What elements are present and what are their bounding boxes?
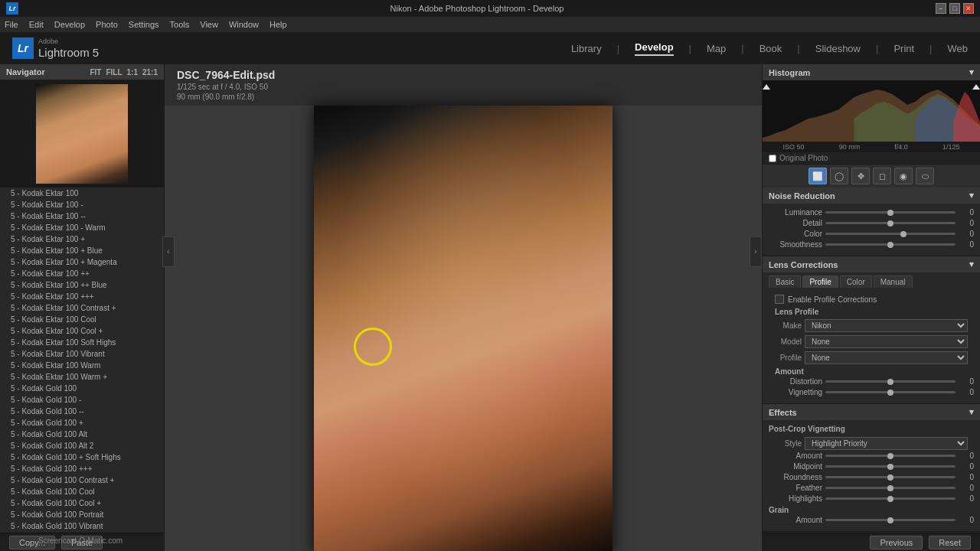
previous-button[interactable]: Previous [870, 536, 923, 549]
amount-effects-track[interactable] [825, 455, 956, 457]
preset-item[interactable]: 5 - Kodak Gold 100 Alt [0, 429, 164, 440]
effects-header[interactable]: Effects ▾ [763, 404, 980, 420]
preset-item[interactable]: 5 - Kodak Ektar 100 Contrast + [0, 302, 164, 314]
nav-map[interactable]: Map [707, 43, 726, 54]
preset-item[interactable]: 5 - Kodak Gold 100 + [0, 417, 164, 429]
nav-book[interactable]: Book [760, 43, 782, 54]
preset-item[interactable]: 5 - Kodak Ektar 100 - Warm [0, 222, 164, 233]
lens-tab-color[interactable]: Color [840, 276, 872, 288]
close-button[interactable]: ✕ [963, 3, 974, 14]
roundness-track[interactable] [825, 476, 956, 478]
preset-item[interactable]: 5 - Kodak Gold 100 Warm [0, 532, 164, 533]
fit-label[interactable]: FIT [90, 68, 101, 77]
menu-settings[interactable]: Settings [129, 20, 159, 29]
preset-item[interactable]: 5 - Kodak Ektar 100 - [0, 199, 164, 210]
noise-reduction-header[interactable]: Noise Reduction ▾ [763, 187, 980, 204]
menu-photo[interactable]: Photo [96, 20, 118, 29]
preset-item[interactable]: 5 - Kodak Gold 100 Contrast + [0, 474, 164, 486]
grain-amount-thumb[interactable] [887, 517, 893, 523]
menu-view[interactable]: View [200, 20, 218, 29]
zoom-2-label[interactable]: 21:1 [142, 68, 158, 77]
zoom-1-label[interactable]: 1:1 [127, 68, 138, 77]
preset-item[interactable]: 5 - Kodak Ektar 100 ++ [0, 268, 164, 279]
preset-item[interactable]: 5 - Kodak Ektar 100 Warm + [0, 371, 164, 383]
detail-thumb[interactable] [887, 220, 893, 227]
lens-corrections-header[interactable]: Lens Corrections ▾ [763, 256, 980, 272]
color-track[interactable] [825, 233, 956, 235]
nav-slideshow[interactable]: Slideshow [815, 43, 861, 54]
preset-item[interactable]: 5 - Kodak Gold 100 + Soft Highs [0, 452, 164, 463]
menu-develop[interactable]: Develop [54, 20, 85, 29]
graduated-filter-tool[interactable]: ◻ [873, 168, 891, 184]
lens-tab-manual[interactable]: Manual [874, 276, 913, 288]
crop-tool[interactable]: ⬜ [808, 168, 827, 184]
nav-web[interactable]: Web [948, 43, 969, 54]
vignetting-track[interactable] [825, 391, 956, 393]
preset-item[interactable]: 5 - Kodak Gold 100 -- [0, 406, 164, 417]
preset-item[interactable]: 5 - Kodak Gold 100 - [0, 394, 164, 406]
adjustment-brush-tool[interactable]: ⬭ [916, 168, 934, 184]
vignetting-thumb[interactable] [887, 390, 893, 396]
enable-profile-checkbox[interactable] [775, 295, 784, 304]
detail-track[interactable] [825, 222, 956, 224]
feather-thumb[interactable] [887, 485, 893, 491]
make-select[interactable]: Nikon [805, 319, 968, 332]
menu-file[interactable]: File [5, 20, 18, 29]
midpoint-track[interactable] [825, 465, 956, 468]
menu-tools[interactable]: Tools [170, 20, 190, 29]
preset-item[interactable]: 5 - Kodak Gold 100 +++ [0, 463, 164, 474]
collapse-left-panel[interactable]: ‹ [162, 236, 175, 267]
reset-button[interactable]: Reset [929, 536, 971, 549]
collapse-right-panel[interactable]: › [750, 236, 762, 267]
preset-item[interactable]: 5 - Kodak Ektar 100 + Blue [0, 245, 164, 256]
profile-select[interactable]: None [805, 351, 968, 364]
smoothness-thumb[interactable] [887, 242, 893, 248]
maximize-button[interactable]: □ [949, 3, 960, 14]
preset-item[interactable]: 5 - Kodak Ektar 100 Vibrant [0, 348, 164, 360]
style-select[interactable]: Highlight Priority [805, 437, 968, 450]
original-photo-checkbox[interactable] [769, 155, 776, 162]
luminance-track[interactable] [825, 211, 956, 214]
smoothness-track[interactable] [825, 243, 956, 246]
preset-item[interactable]: 5 - Kodak Ektar 100 ++ Blue [0, 279, 164, 291]
amount-effects-thumb[interactable] [887, 453, 893, 459]
lens-tab-profile[interactable]: Profile [802, 276, 838, 288]
distortion-track[interactable] [825, 380, 956, 383]
preset-item[interactable]: 5 - Kodak Gold 100 Alt 2 [0, 440, 164, 452]
preset-item[interactable]: 5 - Kodak Gold 100 Cool [0, 486, 164, 497]
distortion-thumb[interactable] [887, 379, 893, 385]
preset-item[interactable]: 5 - Kodak Gold 100 Vibrant [0, 520, 164, 532]
preset-item[interactable]: 5 - Kodak Ektar 100 [0, 187, 164, 199]
menu-edit[interactable]: Edit [29, 20, 44, 29]
preset-item[interactable]: 5 - Kodak Ektar 100 Cool [0, 314, 164, 325]
nav-print[interactable]: Print [893, 43, 914, 54]
preset-item[interactable]: 5 - Kodak Ektar 100 -- [0, 210, 164, 222]
preset-item[interactable]: 5 - Kodak Ektar 100 Soft Highs [0, 337, 164, 348]
preset-item[interactable]: 5 - Kodak Ektar 100 + [0, 233, 164, 245]
minimize-button[interactable]: − [936, 3, 946, 14]
grain-amount-track[interactable] [825, 519, 956, 521]
red-eye-tool[interactable]: ✥ [851, 168, 870, 184]
histogram-header[interactable]: Histogram ▾ [763, 64, 980, 80]
roundness-thumb[interactable] [887, 474, 893, 481]
luminance-thumb[interactable] [887, 210, 893, 216]
feather-track[interactable] [825, 487, 956, 489]
preset-item[interactable]: 5 - Kodak Gold 100 Portrait [0, 509, 164, 520]
model-select[interactable]: None [805, 335, 968, 348]
preset-item[interactable]: 5 - Kodak Gold 100 [0, 383, 164, 394]
lens-tab-basic[interactable]: Basic [769, 276, 801, 288]
preset-item[interactable]: 5 - Kodak Ektar 100 Cool + [0, 325, 164, 337]
highlights-thumb[interactable] [887, 496, 893, 502]
radial-filter-tool[interactable]: ◉ [894, 168, 913, 184]
fill-label[interactable]: FILL [106, 68, 122, 77]
preset-item[interactable]: 5 - Kodak Gold 100 Cool + [0, 497, 164, 509]
nav-library[interactable]: Library [571, 43, 602, 54]
midpoint-thumb[interactable] [887, 464, 893, 470]
preset-item[interactable]: 5 - Kodak Ektar 100 +++ [0, 291, 164, 302]
menu-help[interactable]: Help [270, 20, 287, 29]
spot-removal-tool[interactable]: ◯ [830, 168, 848, 184]
highlights-track[interactable] [825, 497, 956, 500]
menu-window[interactable]: Window [229, 20, 259, 29]
preset-item[interactable]: 5 - Kodak Ektar 100 Warm [0, 360, 164, 371]
nav-develop[interactable]: Develop [635, 41, 674, 56]
